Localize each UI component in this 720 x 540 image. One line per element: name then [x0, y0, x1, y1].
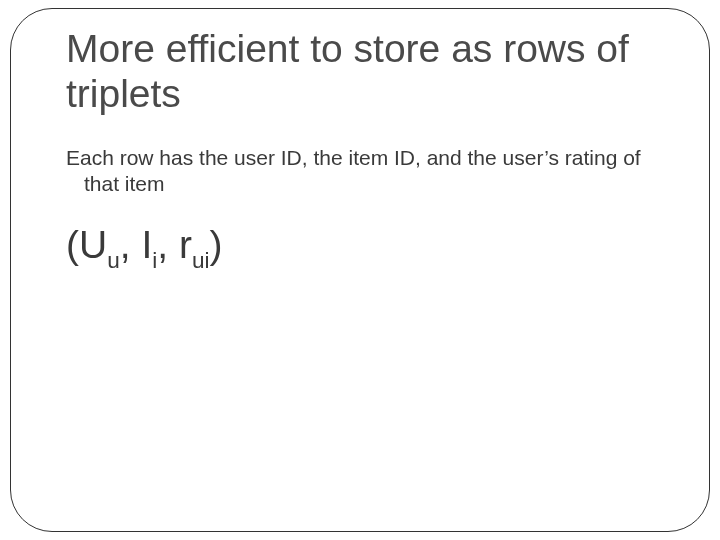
slide-title: More efficient to store as rows of tripl…: [66, 27, 659, 117]
term-i-sub: i: [152, 248, 157, 273]
term-u-sub: u: [107, 248, 120, 273]
body-text: Each row has the user ID, the item ID, a…: [66, 145, 659, 198]
separator-1: ,: [120, 223, 142, 266]
term-r-base: r: [179, 223, 192, 266]
term-i-base: I: [141, 223, 152, 266]
triplet-formula: (Uu, Ii, rui): [66, 225, 659, 271]
slide-frame: More efficient to store as rows of tripl…: [10, 8, 710, 532]
paren-open: (: [66, 223, 79, 266]
slide-body: Each row has the user ID, the item ID, a…: [66, 145, 659, 198]
paren-close: ): [210, 223, 223, 266]
slide: More efficient to store as rows of tripl…: [0, 0, 720, 540]
term-u-base: U: [79, 223, 107, 266]
term-r-sub: ui: [192, 248, 210, 273]
separator-2: ,: [157, 223, 179, 266]
